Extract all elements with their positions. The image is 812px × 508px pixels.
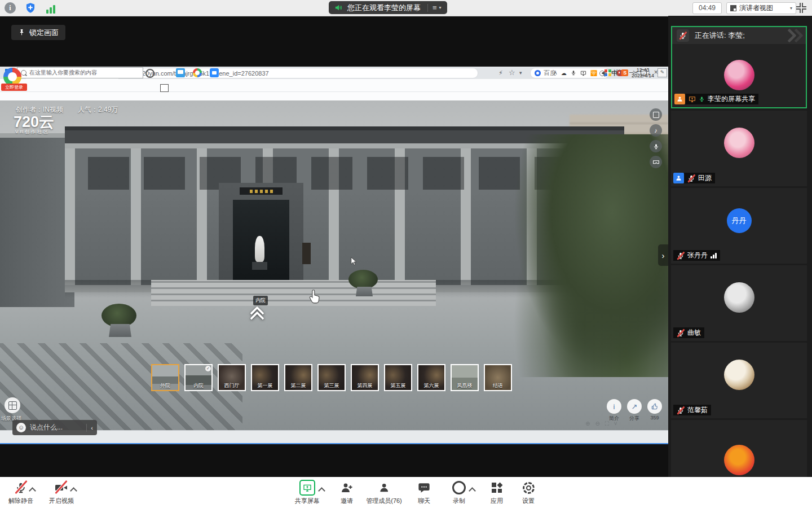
participant-name: 田源 [698, 173, 712, 183]
participant-tile[interactable]: 范馨茹 [671, 343, 807, 418]
login-badge[interactable]: 立即登录 [1, 84, 27, 91]
share-button[interactable]: ↗ [627, 399, 642, 414]
scene-select-button[interactable] [5, 397, 20, 413]
chat-icon [418, 481, 430, 494]
vr-panorama-view[interactable]: 创作者：IN视频 人气：2.49万 720云 VR创作社区 ♪ › 内院 外院 [0, 100, 668, 430]
emoji-icon[interactable]: ☺ [16, 423, 26, 432]
scene-thumbnail[interactable]: 第三展 [317, 364, 346, 391]
voice-icon[interactable] [650, 140, 662, 152]
zoom-out-icon: ⊖ [595, 421, 599, 427]
notification-center-button[interactable]: ✎ [657, 68, 667, 77]
settings-button[interactable]: 设置 [522, 480, 535, 505]
intro-button[interactable]: i [607, 399, 621, 414]
cloud-icon: ☁ [561, 70, 567, 76]
network-signal-icon [710, 253, 717, 259]
participant-tile[interactable]: 丹丹 张丹丹 [671, 188, 807, 264]
banner-menu-icon[interactable]: ≡ [433, 3, 437, 12]
scene-thumbnail[interactable]: 第六展 [417, 364, 445, 391]
mic-options-chevron[interactable] [29, 487, 36, 494]
participant-tile[interactable]: 田源 [671, 111, 807, 186]
signal-bars-icon[interactable] [46, 2, 58, 14]
invite-button[interactable]: 邀请 [340, 480, 354, 505]
maximize-button[interactable] [641, 69, 647, 76]
divider [427, 4, 428, 12]
task-view-button[interactable] [160, 84, 169, 92]
bonsai-pot [356, 287, 373, 296]
like-button[interactable] [647, 399, 662, 414]
vr-goggles-icon[interactable] [650, 156, 662, 168]
banner-caret-icon[interactable]: ▾ [439, 5, 442, 10]
participant-tile[interactable]: 曲敏 [671, 265, 807, 341]
chat-button[interactable]: 聊天 [418, 480, 430, 505]
manage-members-label: 管理成员(76) [366, 497, 402, 505]
scene-thumbnail[interactable]: 凤凰楼 [451, 364, 479, 391]
unmute-button[interactable]: 解除静音 [8, 480, 33, 505]
participant-tile[interactable] [671, 420, 807, 477]
taskbar-app-screen[interactable] [176, 68, 185, 77]
scene-thumbnail[interactable]: 第五展 [384, 364, 412, 391]
close-button[interactable]: × [654, 68, 658, 76]
apps-icon [491, 482, 502, 493]
lock-view-label: 锁定画面 [29, 28, 59, 38]
taskbar-search-box[interactable]: 在这里输入你要搜索的内容 [17, 67, 143, 78]
chevron-down-icon: ▾ [790, 6, 792, 11]
comment-placeholder[interactable]: 说点什么... [30, 423, 63, 432]
minimize-button[interactable]: – [629, 68, 633, 76]
gate-plaque [240, 187, 283, 195]
scene-thumbnail[interactable]: 结语 [484, 364, 512, 391]
fullscreen-icon[interactable] [650, 108, 662, 121]
active-speaker-tile[interactable]: 正在讲话: 李莹; 李莹的屏幕共享 [671, 26, 807, 108]
taskbar-search-placeholder: 在这里输入你要搜索的内容 [29, 69, 97, 77]
share-options-chevron[interactable] [318, 487, 325, 494]
check-icon: ✓ [205, 366, 211, 371]
left-wall [0, 133, 74, 307]
next-scene-arrow[interactable]: › [658, 244, 668, 266]
info-icon[interactable]: i [5, 2, 16, 14]
comment-bar[interactable]: ☺ 说点什么... ‹ [12, 420, 97, 435]
video-options-chevron[interactable] [70, 487, 77, 494]
manage-members-button[interactable]: 管理成员(76) [366, 480, 402, 505]
apps-label: 应用 [491, 497, 503, 505]
avatar [724, 445, 754, 475]
exit-fullscreen-button[interactable] [796, 3, 806, 13]
mouse-cursor [351, 257, 358, 267]
avatar: 丹丹 [727, 208, 752, 233]
scene-thumbnail[interactable]: 西门厅 [218, 364, 246, 391]
scene-thumbnail[interactable]: 第二展 [284, 364, 312, 391]
bookmark-star-icon[interactable]: ☆ [509, 68, 515, 78]
scene-thumbnail[interactable]: 第一展 [251, 364, 279, 391]
watching-banner: 您正在观看李莹的屏幕 ≡ ▾ [329, 1, 447, 14]
scene-thumbnail[interactable]: ✓内院 [184, 364, 213, 391]
skin-icon[interactable] [615, 69, 622, 76]
start-video-button[interactable]: 开启视频 [49, 480, 74, 505]
record-button[interactable]: 录制 [452, 480, 466, 505]
shield-plus-icon[interactable] [25, 2, 36, 14]
record-options-chevron[interactable] [469, 487, 476, 494]
collapse-comment-icon[interactable]: ‹ [91, 424, 93, 431]
mic-active-icon [699, 95, 705, 103]
taskbar-app-meeting[interactable] [210, 68, 219, 77]
layout-icon [730, 5, 736, 11]
view-mode-dropdown[interactable]: 演讲者视图 ▾ [726, 2, 796, 14]
statue-pedestal [252, 262, 267, 270]
scene-thumbnail[interactable]: 第四展 [351, 364, 379, 391]
unmute-label: 解除静音 [8, 497, 33, 505]
invite-label: 邀请 [341, 497, 353, 505]
music-icon[interactable]: ♪ [650, 124, 662, 137]
lock-view-button[interactable]: 锁定画面 [11, 25, 65, 40]
speed-mode-icon[interactable]: ⚡ [498, 68, 503, 78]
player-mini-controls[interactable]: ⊕⊖ ⛶˅ [585, 421, 617, 427]
windows-taskbar [0, 430, 668, 444]
share-label: 分享 [623, 415, 646, 422]
taskbar-app-browser[interactable] [193, 68, 202, 77]
address-chevron-icon[interactable]: ▾ [519, 68, 522, 78]
apps-button[interactable]: 应用 [491, 480, 503, 505]
avatar-initials: 丹丹 [732, 216, 747, 226]
collapse-sidebar-button[interactable] [784, 30, 801, 41]
scene-thumbnail[interactable]: 外院 [151, 364, 179, 391]
hotspot-chevrons[interactable] [252, 308, 262, 323]
cortana-button[interactable] [145, 69, 155, 78]
share-screen-button[interactable]: 共享屏幕 [295, 480, 320, 505]
hotspot-scene-tag[interactable]: 内院 [253, 296, 268, 305]
address-bar[interactable]: ⛉ https://720yun.com/t/6fajrgky5k1?scene… [100, 68, 478, 78]
